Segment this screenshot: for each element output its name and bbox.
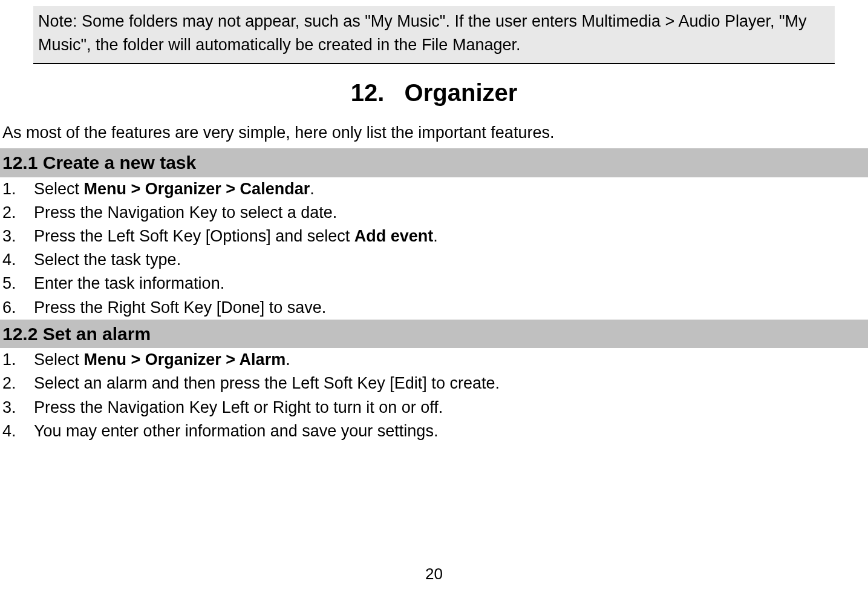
step-text: You may enter other information and save…: [34, 419, 868, 443]
subsection-number: 12.1: [2, 153, 38, 172]
step-number: 4.: [2, 248, 34, 272]
step-number: 5.: [2, 272, 34, 295]
list-item: 6. Press the Right Soft Key [Done] to sa…: [2, 296, 868, 320]
step-number: 1.: [2, 177, 34, 201]
chapter-title: Organizer: [405, 79, 518, 106]
step-text: Select Menu > Organizer > Calendar.: [34, 177, 868, 201]
page-container: Note: Some folders may not appear, such …: [0, 0, 868, 443]
step-number: 3.: [2, 396, 34, 419]
step-text: Select an alarm and then press the Left …: [34, 372, 868, 395]
list-item: 1. Select Menu > Organizer > Alarm.: [2, 348, 868, 372]
step-number: 6.: [2, 296, 34, 320]
step-text: Enter the task information.: [34, 272, 868, 295]
intro-text: As most of the features are very simple,…: [2, 123, 554, 142]
subsection-title: Set an alarm: [43, 324, 151, 344]
list-item: 4. Select the task type.: [2, 248, 868, 272]
step-text: Press the Navigation Key Left or Right t…: [34, 396, 868, 419]
list-item: 3. Press the Navigation Key Left or Righ…: [2, 396, 868, 419]
list-item: 5. Enter the task information.: [2, 272, 868, 295]
step-text: Press the Right Soft Key [Done] to save.: [34, 296, 868, 320]
step-number: 1.: [2, 348, 34, 372]
subsection-heading-1: 12.1 Create a new task: [0, 148, 868, 177]
step-text: Select Menu > Organizer > Alarm.: [34, 348, 868, 372]
step-text: Press the Left Soft Key [Options] and se…: [34, 225, 868, 248]
subsection-number: 12.2: [2, 324, 38, 344]
subsection-title: Create a new task: [43, 153, 196, 172]
list-item: 2. Select an alarm and then press the Le…: [2, 372, 868, 395]
chapter-heading: 12. Organizer: [0, 75, 868, 110]
step-text: Press the Navigation Key to select a dat…: [34, 201, 868, 225]
list-item: 4. You may enter other information and s…: [2, 419, 868, 443]
note-text: Note: Some folders may not appear, such …: [38, 12, 807, 54]
section1-steps: 1. Select Menu > Organizer > Calendar. 2…: [2, 177, 868, 320]
list-item: 2. Press the Navigation Key to select a …: [2, 201, 868, 225]
step-number: 3.: [2, 225, 34, 248]
page-number: 20: [0, 563, 868, 586]
list-item: 3. Press the Left Soft Key [Options] and…: [2, 225, 868, 248]
step-text: Select the task type.: [34, 248, 868, 272]
subsection-heading-2: 12.2 Set an alarm: [0, 320, 868, 349]
chapter-number: 12.: [351, 79, 385, 106]
step-number: 2.: [2, 201, 34, 225]
intro-paragraph: As most of the features are very simple,…: [2, 121, 868, 145]
step-number: 4.: [2, 419, 34, 443]
section2-steps: 1. Select Menu > Organizer > Alarm. 2. S…: [2, 348, 868, 443]
step-number: 2.: [2, 372, 34, 395]
note-box: Note: Some folders may not appear, such …: [33, 6, 835, 64]
list-item: 1. Select Menu > Organizer > Calendar.: [2, 177, 868, 201]
